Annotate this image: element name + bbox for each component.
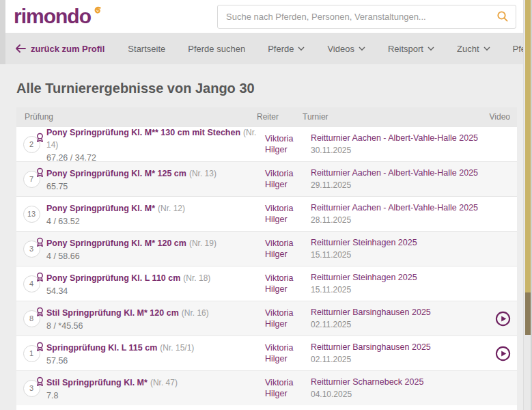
test-name-link[interactable]: Springprüfung Kl. L 115 cm (46, 343, 157, 353)
placement-badge: 13 (23, 206, 40, 223)
tournament-cell: Reitturnier Aachen - Albert-Vahle-Halle … (311, 133, 495, 155)
test-cell: Pony Springprüfung Kl. L 110 cm(Nr. 18) … (46, 271, 265, 296)
chevron-down-icon (484, 46, 490, 51)
rider-cell: ViktoriaHilger (265, 238, 311, 260)
tournament-link[interactable]: Reitturnier Aachen - Albert-Vahle-Halle … (311, 133, 495, 143)
test-name-link[interactable]: Stil Springprüfung Kl. M* (46, 378, 148, 387)
rider-cell: ViktoriaHilger (265, 308, 311, 329)
nav-item-startseite[interactable]: Startseite (128, 44, 165, 54)
video-play-button[interactable] (495, 346, 511, 361)
placement-badge: 2 (23, 136, 40, 153)
nav-item-videos[interactable]: Videos (327, 44, 365, 54)
rider-link[interactable]: ViktoriaHilger (265, 238, 311, 260)
test-name-link[interactable]: Pony Springprüfung Kl. M* (46, 204, 155, 213)
rosette-icon (35, 377, 45, 387)
logo-swirl-icon (92, 6, 103, 18)
tournament-link[interactable]: Reitturnier Barsinghausen 2025 (311, 342, 495, 352)
rider-cell: ViktoriaHilger (265, 168, 311, 190)
rosette-icon (35, 307, 45, 317)
placement-cell: 13 (16, 206, 46, 223)
column-header-turnier: Turnier (303, 112, 487, 122)
test-cell: Stil Springprüfung Kl. M* 120 cm(Nr. 16)… (46, 306, 265, 331)
table-header-row: Prüfung Reiter Turnier Video (16, 107, 517, 126)
rider-link[interactable]: ViktoriaHilger (265, 203, 311, 225)
rider-cell: ViktoriaHilger (265, 133, 311, 155)
rider-link[interactable]: ViktoriaHilger (265, 308, 311, 329)
test-score: 4 / 58.66 (46, 251, 265, 261)
test-number: (Nr. 15/1) (160, 343, 194, 353)
play-icon (495, 346, 511, 361)
table-row: 3 Pony Springprüfung Kl. M* 120 cm(Nr. 1… (16, 231, 517, 266)
tournament-link[interactable]: Reitturnier Aachen - Albert-Vahle-Halle … (311, 203, 495, 213)
test-cell: Stil Springprüfung Kl. M*(Nr. 47) 7.8 (46, 376, 265, 400)
test-score: 7.8 (46, 391, 265, 400)
test-name-link[interactable]: Stil Springprüfung Kl. M* 120 cm (46, 308, 179, 318)
placement-number: 3 (29, 384, 33, 392)
tournament-date: 02.11.2025 (311, 355, 495, 364)
search-icon[interactable] (496, 10, 509, 23)
search-input[interactable] (226, 12, 496, 22)
main-navigation: zurück zum Profil Startseite Pferde such… (5, 33, 523, 64)
tournament-date: 29.11.2025 (311, 180, 495, 190)
video-play-button[interactable] (495, 311, 511, 327)
tournament-cell: Reitturnier Aachen - Albert-Vahle-Halle … (311, 203, 495, 225)
tournament-cell: Reitturnier Steinhagen 2025 15.11.2025 (311, 238, 495, 260)
placement-badge: 3 (23, 241, 40, 258)
test-name-link[interactable]: Pony Springprüfung Kl. M** 130 cm mit St… (46, 128, 240, 137)
rider-link[interactable]: ViktoriaHilger (265, 377, 311, 399)
table-body: 2 Pony Springprüfung Kl. M** 130 cm mit … (16, 126, 517, 405)
scrollbar-thumb-end[interactable] (525, 292, 531, 335)
placement-badge: 7 (23, 171, 40, 188)
placement-cell: 3 (16, 241, 46, 258)
placement-number: 8 (29, 314, 33, 323)
tournament-link[interactable]: Reitturnier Steinhagen 2025 (311, 273, 495, 282)
test-number: (Nr. 47) (150, 378, 178, 387)
rider-link[interactable]: ViktoriaHilger (265, 133, 311, 155)
nav-items: Startseite Pferde suchen Pferde Videos R… (128, 44, 532, 54)
rider-link[interactable]: ViktoriaHilger (265, 168, 311, 190)
test-name-link[interactable]: Pony Springprüfung Kl. M* 120 cm (46, 238, 186, 248)
placement-cell: 2 (16, 136, 46, 153)
placement-number: 2 (29, 140, 33, 148)
nav-item-reitsport[interactable]: Reitsport (388, 44, 434, 54)
nav-item-pferde-suchen[interactable]: Pferde suchen (188, 44, 245, 54)
rosette-icon (35, 272, 45, 282)
placement-badge: 3 (23, 380, 40, 397)
rider-link[interactable]: ViktoriaHilger (265, 273, 311, 295)
rimondo-logo[interactable]: rimondo (14, 5, 103, 28)
placement-number: 1 (29, 349, 33, 357)
tournament-link[interactable]: Reitturnier Scharnebeck 2025 (311, 377, 495, 387)
top-header: rimondo (5, 0, 523, 33)
table-row: 1 Springprüfung Kl. L 115 cm(Nr. 15/1) 5… (16, 336, 517, 370)
rider-link[interactable]: ViktoriaHilger (265, 342, 311, 364)
tournament-link[interactable]: Reitturnier Aachen - Albert-Vahle-Halle … (311, 168, 495, 178)
back-link-label: zurück zum Profil (31, 44, 104, 54)
tournament-link[interactable]: Reitturnier Barsinghausen 2025 (311, 308, 495, 317)
tournament-cell: Reitturnier Scharnebeck 2025 04.10.2025 (311, 377, 495, 399)
rosette-icon (35, 237, 45, 247)
nav-item-pferde[interactable]: Pferde (268, 44, 305, 54)
placement-badge: 1 (23, 345, 40, 362)
test-number: (Nr. 18) (183, 273, 210, 283)
rosette-icon (35, 133, 45, 143)
table-row: 2 Pony Springprüfung Kl. M** 130 cm mit … (16, 126, 517, 161)
test-number: (Nr. 19) (189, 238, 216, 248)
tournament-date: 15.11.2025 (311, 285, 495, 295)
tournament-cell: Reitturnier Barsinghausen 2025 02.11.202… (311, 308, 495, 329)
test-cell: Pony Springprüfung Kl. M** 130 cm mit St… (46, 126, 265, 163)
test-name-link[interactable]: Pony Springprüfung Kl. M* 125 cm (46, 169, 186, 178)
back-to-profile-link[interactable]: zurück zum Profil (15, 44, 104, 54)
tournament-link[interactable]: Reitturnier Steinhagen 2025 (311, 238, 495, 247)
video-cell (495, 311, 517, 327)
test-score: 67.26 / 34.72 (46, 153, 265, 163)
test-name-link[interactable]: Pony Springprüfung Kl. L 110 cm (46, 273, 180, 283)
scrollbar-thumb[interactable] (525, 0, 531, 292)
chevron-down-icon (298, 46, 305, 51)
test-number: (Nr. 13) (189, 169, 216, 178)
test-score: 4 / 63.52 (46, 217, 265, 226)
rosette-icon (35, 167, 45, 178)
video-cell (495, 346, 517, 361)
page-scrollbar[interactable] (523, 0, 532, 410)
table-row: 8 Stil Springprüfung Kl. M* 120 cm(Nr. 1… (16, 301, 517, 336)
nav-item-zucht[interactable]: Zucht (457, 44, 490, 54)
